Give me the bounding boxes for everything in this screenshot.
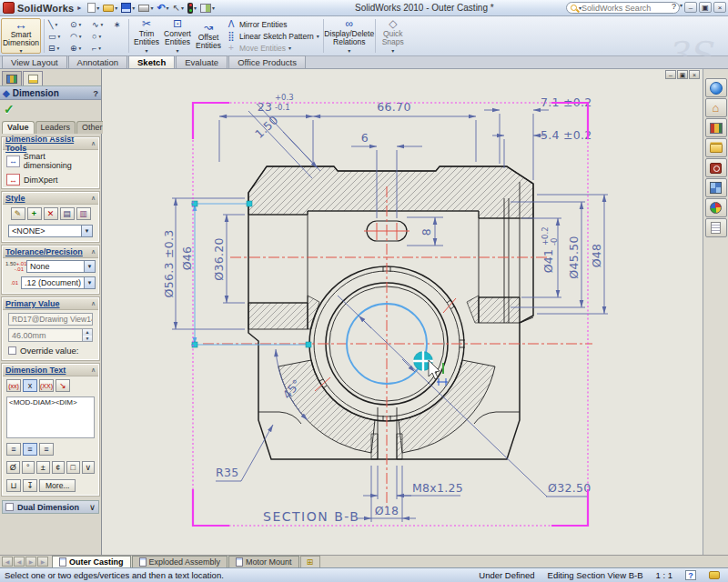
first-sheet-button[interactable]: ◀: [2, 557, 13, 567]
offset-entities-button[interactable]: ↝ Offset Entities: [193, 16, 224, 55]
print-button[interactable]: ▾: [137, 1, 154, 15]
help-button[interactable]: ?: [672, 2, 676, 13]
doc-minimize-button[interactable]: –: [665, 70, 676, 79]
section-dual-dimension[interactable]: Dual Dimension ∨: [2, 500, 99, 514]
dim-41[interactable]: Ø41 +0.2 -0: [541, 226, 559, 273]
save-button[interactable]: ▾: [120, 1, 136, 15]
sheet-tab-exploded-assembly[interactable]: Exploded Assembly: [132, 556, 228, 567]
symbol-diameter-button[interactable]: Ø: [6, 461, 20, 474]
custom-properties-tab[interactable]: [705, 218, 727, 237]
convert-entities-button[interactable]: ⊡ Convert Entities▾: [162, 16, 193, 55]
sheet-tab-outer-casting[interactable]: Outer Casting: [52, 556, 131, 567]
next-sheet-button[interactable]: ▶: [25, 557, 36, 567]
override-value-option[interactable]: Override value:: [3, 345, 98, 359]
search-input[interactable]: [581, 4, 663, 13]
more-symbols-button[interactable]: More...: [39, 479, 76, 492]
dimxpert-option[interactable]: ↔ DimXpert: [3, 172, 98, 187]
close-button[interactable]: ×: [713, 2, 726, 13]
precision-dropdown[interactable]: .12 (Document)▼: [21, 276, 96, 289]
point-tool[interactable]: ∗: [114, 18, 125, 30]
sheet-tab-motor-mount[interactable]: Motor Mount: [228, 556, 299, 567]
spin-down-icon[interactable]: ▼: [83, 336, 92, 342]
dim-m8[interactable]: M8x1.25: [412, 481, 463, 495]
file-explorer-tab[interactable]: [705, 138, 727, 157]
dim-48[interactable]: Ø48: [590, 244, 603, 268]
rebuild-button[interactable]: ▾: [187, 1, 197, 15]
dim-8[interactable]: 8: [420, 228, 433, 236]
rectangle-tool[interactable]: ▭▾: [48, 30, 70, 42]
dim-23[interactable]: 23: [258, 100, 273, 114]
property-manager-tab[interactable]: [23, 71, 43, 85]
tab-sketch[interactable]: Sketch: [128, 55, 175, 68]
tolerance-dropdown[interactable]: None▼: [26, 260, 96, 273]
tab-office-products[interactable]: Office Products: [228, 55, 306, 68]
tab-evaluate[interactable]: Evaluate: [176, 55, 228, 68]
minimize-button[interactable]: –: [684, 2, 697, 13]
solidworks-resources-tab[interactable]: [705, 78, 727, 97]
svg-text:-0.1[interactable]: -0.1: [275, 103, 290, 112]
restore-button[interactable]: ▣: [699, 2, 712, 13]
home-tab[interactable]: ⌂: [705, 98, 727, 117]
appearances-tab[interactable]: [705, 198, 727, 217]
symbol-cup-button[interactable]: ⊔: [6, 479, 21, 492]
dim-563[interactable]: Ø56.3 ±0.3: [162, 230, 176, 298]
line-tool[interactable]: ╲▾: [48, 18, 70, 30]
fillet-tool[interactable]: ⌐▾: [92, 42, 114, 54]
style-default-button[interactable]: ✎: [11, 207, 25, 220]
quick-snaps-button[interactable]: ◇ Quick Snaps▾: [378, 16, 409, 55]
svg-text:+0.3[interactable]: +0.3: [275, 93, 294, 102]
mirror-entities-button[interactable]: ΛMirror Entities: [226, 19, 319, 30]
dimtext-offset-button[interactable]: (XX): [39, 379, 54, 392]
last-sheet-button[interactable]: ▶: [37, 557, 48, 567]
style-add-button[interactable]: +: [27, 207, 42, 220]
symbol-anchor-button[interactable]: ↧: [23, 479, 37, 492]
symbol-more-chevron-button[interactable]: ∨: [82, 461, 96, 474]
section-view-drawing[interactable]: Ø46 23 +0.3 -0.1 66.70 1.50 6 7.1 ±0.2 5…: [103, 69, 703, 555]
style-save-button[interactable]: ▤: [60, 207, 75, 220]
feature-manager-tab[interactable]: [2, 71, 22, 85]
override-checkbox[interactable]: [8, 346, 16, 355]
symbol-degree-button[interactable]: °: [22, 461, 35, 474]
linear-sketch-pattern-button[interactable]: ⣿Linear Sketch Pattern▾: [226, 31, 319, 42]
tag-icon[interactable]: [709, 571, 720, 579]
dim-18[interactable]: Ø18: [375, 504, 399, 517]
slot-tool[interactable]: ⊟▾: [48, 42, 70, 54]
spline-tool[interactable]: ∿▾: [92, 18, 114, 30]
select-button[interactable]: ↖▾: [172, 1, 185, 15]
quick-tips-button[interactable]: ?: [685, 570, 696, 580]
doc-close-button[interactable]: ×: [689, 70, 700, 79]
dim-3250[interactable]: Ø32.50: [548, 481, 591, 495]
dim-4550[interactable]: Ø45.50: [567, 236, 581, 278]
prev-sheet-button[interactable]: ◀: [14, 557, 25, 567]
smart-dimensioning-option[interactable]: ↔ Smart dimensioning: [3, 150, 98, 172]
new-button[interactable]: ▾: [86, 1, 100, 15]
add-sheet-button[interactable]: ⊞: [300, 556, 320, 567]
dimension-name-field[interactable]: RD17@Drawing View14: [8, 313, 93, 326]
dual-dimension-checkbox[interactable]: [5, 503, 14, 511]
dim-3620[interactable]: Ø36.20: [212, 237, 226, 280]
dropdown-arrow-icon[interactable]: ▼: [81, 226, 92, 236]
smart-dimension-button[interactable]: ↔ Smart Dimension ▾: [1, 18, 41, 54]
tab-view-layout[interactable]: View Layout: [2, 55, 67, 68]
circle-tool[interactable]: ⊙▾: [70, 18, 92, 30]
dimtext-parentheses-button[interactable]: (xx): [6, 379, 21, 392]
align-right-button[interactable]: ≡: [39, 443, 54, 456]
symbol-centerline-button[interactable]: ¢: [52, 461, 66, 474]
align-left-button[interactable]: ≡: [6, 443, 21, 456]
ok-check-button[interactable]: ✓: [4, 102, 15, 116]
trim-entities-button[interactable]: ✂ Trim Entities▾: [131, 16, 162, 55]
ellipse-tool[interactable]: ○▾: [92, 30, 114, 42]
view-palette-tab[interactable]: [705, 178, 727, 197]
dim-6670[interactable]: 66.70: [377, 100, 410, 114]
menu-expand-arrow-icon[interactable]: ▸: [77, 4, 81, 12]
arc-tool[interactable]: ◠▾: [70, 30, 92, 42]
style-load-button[interactable]: ▥: [76, 207, 91, 220]
style-dropdown[interactable]: <NONE> ▼: [8, 225, 93, 237]
dimtext-center-button[interactable]: x: [23, 379, 37, 392]
dim-6[interactable]: 6: [361, 131, 369, 145]
design-library-tab[interactable]: [705, 118, 727, 137]
dim-150[interactable]: 1.50: [252, 113, 280, 141]
tab-leaders[interactable]: Leaders: [35, 121, 76, 134]
symbol-square-button[interactable]: □: [66, 461, 80, 474]
dropdown-arrow-icon[interactable]: ▼: [84, 277, 95, 288]
